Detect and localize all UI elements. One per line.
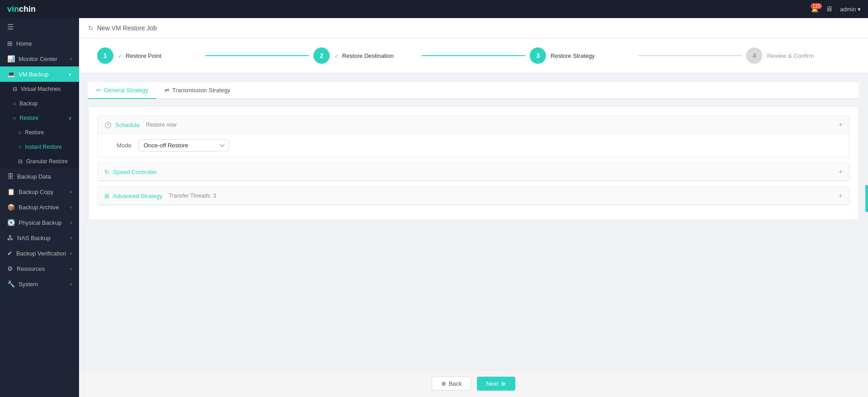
sidebar-item-backup-copy[interactable]: 📋 Backup Copy ‹ xyxy=(0,184,79,199)
sidebar-item-granular-restore[interactable]: ⊟ Granular Restore xyxy=(0,154,79,169)
speed-header-left: ↻ Speed Controller xyxy=(104,169,157,175)
step-label-4: Review & Confirm xyxy=(767,52,814,59)
speed-expand-button[interactable]: + xyxy=(839,168,843,176)
resources-icon: ⚙ xyxy=(7,265,13,272)
transmission-strategy-tab-icon: ⇌ xyxy=(164,87,169,94)
sidebar-label-backup-verification: Backup Verification xyxy=(16,250,66,257)
step4-number: 4 xyxy=(753,52,756,59)
step1-check: ✓ xyxy=(118,53,124,59)
strategy-card: 🕐 Schedule Restore now + Mode Once-off R… xyxy=(88,106,859,220)
next-button[interactable]: Next ⊕ xyxy=(477,377,516,391)
monitor-center-icon: 📊 xyxy=(7,55,15,62)
next-label: Next xyxy=(486,380,499,387)
sidebar-label-instant-restore: Instant Restore xyxy=(25,144,61,150)
sidebar-item-resources[interactable]: ⚙ Resources ‹ xyxy=(0,261,79,276)
sidebar-item-virtual-machines[interactable]: ⊟ Virtual Machines xyxy=(0,82,79,96)
step3-text: Restore Strategy xyxy=(551,52,595,59)
sidebar-item-restore[interactable]: ○ Restore ∨ xyxy=(0,111,79,125)
sidebar-label-system: System xyxy=(19,281,38,288)
hamburger-button[interactable]: ☰ xyxy=(0,18,79,36)
step-connector-1 xyxy=(205,55,309,56)
wizard-step-2: 2 ✓ Restore Destination xyxy=(313,47,417,64)
layout: ☰ ⊞ Home 📊 Monitor Center ‹ 💻 VM Backup … xyxy=(0,18,868,397)
virtual-machines-icon: ⊟ xyxy=(13,86,17,92)
speed-header: ↻ Speed Controller + xyxy=(98,163,849,181)
sidebar-label-monitor-center: Monitor Center xyxy=(19,56,57,62)
sidebar-item-home[interactable]: ⊞ Home xyxy=(0,36,79,51)
physical-backup-icon: 💽 xyxy=(7,219,15,226)
schedule-header-left: 🕐 Schedule Restore now xyxy=(104,122,177,128)
advanced-header: ⊞ Advanced Strategy Transfer Threads: 3 … xyxy=(98,187,849,205)
backup-copy-icon: 📋 xyxy=(7,188,15,195)
sidebar-item-backup-archive[interactable]: 📦 Backup Archive ‹ xyxy=(0,199,79,215)
sidebar-item-instant-restore[interactable]: ○ Instant Restore xyxy=(0,140,79,154)
backup-data-icon: 🗄 xyxy=(7,173,14,180)
speed-label: Speed Controller xyxy=(113,169,157,175)
step-circle-2: 2 xyxy=(313,47,330,64)
vm-backup-chevron: ∨ xyxy=(68,71,72,77)
footer: ⊕ Back Next ⊕ xyxy=(79,370,868,397)
sidebar-item-backup-verification[interactable]: ✔ Backup Verification ‹ xyxy=(0,246,79,261)
step-circle-4: 4 xyxy=(746,47,762,64)
schedule-icon: 🕐 xyxy=(104,122,112,128)
system-chevron: ‹ xyxy=(70,281,72,287)
sidebar-item-system[interactable]: 🔧 System ‹ xyxy=(0,276,79,292)
page-refresh-icon: ↻ xyxy=(88,24,93,32)
schedule-expand-button[interactable]: + xyxy=(839,121,843,129)
sidebar-label-resources: Resources xyxy=(17,265,45,272)
mode-label: Mode xyxy=(104,142,131,149)
step-connector-3 xyxy=(638,55,742,56)
vm-backup-icon: 💻 xyxy=(7,71,15,78)
sidebar-label-virtual-machines: Virtual Machines xyxy=(21,86,61,92)
mode-select[interactable]: Once-off Restore Scheduled Restore xyxy=(139,139,229,151)
tab-general-strategy[interactable]: ✏ General Strategy xyxy=(88,82,156,99)
sidebar-label-home: Home xyxy=(16,40,32,47)
back-button[interactable]: ⊕ Back xyxy=(432,377,471,391)
step4-text: Review & Confirm xyxy=(767,52,814,59)
step1-number: 1 xyxy=(103,52,107,59)
logo-v: vin xyxy=(7,5,19,14)
granular-restore-icon: ⊟ xyxy=(18,158,23,165)
sidebar-label-restore-sub: Restore xyxy=(25,129,44,136)
page-header: ↻ New VM Restore Job xyxy=(79,18,868,38)
sidebar-item-backup[interactable]: ○ Backup xyxy=(0,96,79,111)
admin-menu[interactable]: admin ▾ xyxy=(840,6,861,13)
step-label-2: ✓ Restore Destination xyxy=(334,52,394,59)
sidebar-label-vm-backup: VM Backup xyxy=(19,71,48,78)
page-title: New VM Restore Job xyxy=(97,24,157,32)
sidebar-item-physical-backup[interactable]: 💽 Physical Backup ‹ xyxy=(0,215,79,230)
schedule-body: Mode Once-off Restore Scheduled Restore xyxy=(98,134,849,157)
sidebar-item-nas-backup[interactable]: 🖧 NAS Backup ‹ xyxy=(0,230,79,246)
sidebar-item-vm-backup[interactable]: 💻 VM Backup ∨ xyxy=(0,66,79,82)
sidebar-item-restore-sub[interactable]: ○ Restore xyxy=(0,125,79,140)
sidebar-label-restore: Restore xyxy=(19,115,38,121)
backup-archive-icon: 📦 xyxy=(7,203,15,211)
wizard-step-1: 1 ✓ Restore Point xyxy=(97,47,201,64)
advanced-label: Advanced Strategy xyxy=(113,193,163,199)
backup-copy-chevron: ‹ xyxy=(70,189,72,194)
step-label-3: Restore Strategy xyxy=(551,52,595,59)
notification-count: 110 xyxy=(811,3,822,9)
tab-bar: ✏ General Strategy ⇌ Transmission Strate… xyxy=(88,82,859,99)
step-connector-2 xyxy=(422,55,526,56)
sidebar-item-backup-data[interactable]: 🗄 Backup Data xyxy=(0,169,79,184)
wizard-step-4: 4 Review & Confirm xyxy=(746,47,850,64)
restore-submenu: ○ Restore ○ Instant Restore ⊟ Granular R… xyxy=(0,125,79,169)
backup-archive-chevron: ‹ xyxy=(70,204,72,210)
home-icon: ⊞ xyxy=(7,40,13,47)
monitor-icon[interactable]: 🖥 xyxy=(826,5,833,13)
sidebar-label-backup-data: Backup Data xyxy=(17,173,51,180)
system-icon: 🔧 xyxy=(7,280,15,288)
content-area: ✏ General Strategy ⇌ Transmission Strate… xyxy=(79,73,868,370)
schedule-header: 🕐 Schedule Restore now + xyxy=(98,116,849,134)
advanced-expand-button[interactable]: + xyxy=(839,192,843,200)
sidebar-item-monitor-center[interactable]: 📊 Monitor Center ‹ xyxy=(0,51,79,66)
advanced-header-left: ⊞ Advanced Strategy Transfer Threads: 3 xyxy=(104,193,216,199)
main-content: ↻ New VM Restore Job 1 ✓ Restore Point 2… xyxy=(79,18,868,397)
tab-transmission-strategy[interactable]: ⇌ Transmission Strategy xyxy=(156,82,238,99)
step2-check: ✓ xyxy=(334,53,340,59)
logo-chin: chin xyxy=(19,5,36,14)
logo: vinchin xyxy=(7,5,36,14)
notification-bell[interactable]: 🔔 110 xyxy=(811,6,818,13)
advanced-subtitle: Transfer Threads: 3 xyxy=(169,193,216,199)
